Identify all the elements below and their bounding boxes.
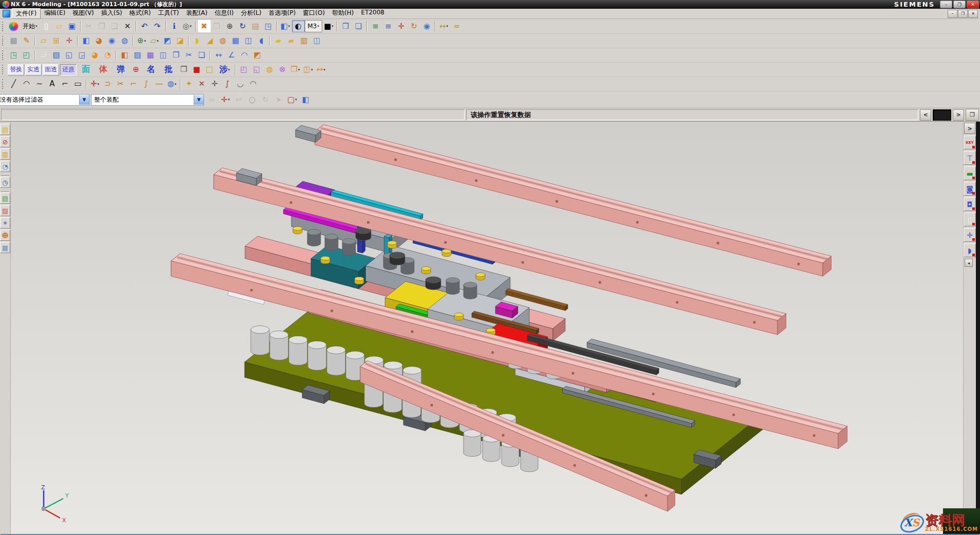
layer-settings-icon[interactable]: ≡ [369, 20, 382, 32]
curve-length-icon[interactable]: — [153, 78, 165, 90]
history-icon[interactable]: ◷ [0, 177, 10, 188]
mdi-close-button[interactable]: ✕ [968, 10, 978, 18]
direct-sketch-icon[interactable]: ✎ [20, 35, 33, 47]
restore-window-icon[interactable]: ❐ [966, 109, 979, 121]
draft-icon[interactable]: ◢ [204, 35, 216, 47]
wcs-rotate-icon[interactable]: ↻ [408, 20, 420, 32]
perspective-icon[interactable]: ◳ [262, 20, 275, 32]
fitting-template-icon[interactable]: ◗ [964, 243, 976, 257]
chevron-down-icon[interactable]: ▼ [79, 95, 89, 105]
minimize-button[interactable]: – [940, 1, 952, 8]
thicken-icon[interactable]: ▥ [298, 35, 310, 47]
insert-template-icon[interactable]: ◙ [964, 182, 976, 196]
assembly-constraints-icon[interactable]: ◱ [250, 64, 263, 76]
part-document-icon[interactable] [3, 10, 10, 17]
section-curve-icon[interactable]: ∫ [221, 78, 234, 90]
bolt-template-icon[interactable]: ⊤ [964, 151, 976, 165]
mdi-restore-button[interactable]: ❐ [958, 10, 968, 18]
unite-icon[interactable]: ⊕▾ [135, 35, 148, 47]
trim-curve-icon[interactable]: ✂ [114, 78, 127, 90]
cut-face-icon[interactable]: ✂ [182, 49, 195, 62]
group-face-icon[interactable]: ▨ [131, 49, 144, 62]
spring-template-icon[interactable]: ✛ [964, 228, 976, 242]
start-menu-button[interactable]: 开始▾ [20, 21, 40, 32]
replace-face-icon[interactable]: ▧ [50, 49, 63, 62]
revolve-icon[interactable]: ◕ [93, 35, 105, 47]
convert-curve-icon[interactable]: ✦ [182, 78, 195, 90]
intersection-curve-icon[interactable]: ✕ [195, 78, 208, 90]
block-template-icon[interactable]: ▬ [964, 166, 976, 180]
system-materials-icon[interactable]: ▤ [0, 193, 10, 204]
pin-template-icon[interactable]: ▯ [964, 213, 976, 226]
task-environment-icon[interactable]: ▦ [7, 35, 20, 47]
project-curve-icon[interactable]: ◡ [234, 78, 247, 90]
menu-item[interactable]: 工具(T) [154, 8, 182, 19]
undo-icon[interactable]: ↶ [138, 20, 151, 32]
paste-icon[interactable]: ❑ [108, 20, 121, 32]
undo-selection-icon[interactable]: ↩ [232, 93, 245, 106]
menu-item[interactable]: ET2008 [358, 8, 388, 19]
scroll-right-button[interactable]: > [953, 109, 964, 121]
key-template-icon[interactable]: KEY [964, 136, 976, 149]
toolbar-grip[interactable] [2, 22, 5, 31]
measure-distance-icon[interactable]: ↔▾ [437, 20, 450, 32]
adaptive-shell-icon[interactable]: ◧ [118, 49, 131, 62]
chevron-down-icon[interactable]: ▼ [194, 95, 204, 105]
trim-corner-icon[interactable]: ⌐ [127, 78, 140, 90]
roles-icon[interactable]: ☻ [0, 230, 10, 241]
copy-position-icon[interactable]: ❐ [177, 64, 190, 76]
show-body-button[interactable]: 体 [95, 64, 112, 75]
shaded-view-icon[interactable]: ◧▾ [279, 20, 292, 32]
shell-icon[interactable]: ◩ [161, 35, 174, 47]
restore-button[interactable]: 还原 [60, 64, 77, 75]
info-icon[interactable]: ℹ [168, 20, 181, 32]
window-split-icon[interactable]: ❏ [352, 20, 365, 32]
snapshot-icon[interactable]: ▤ [249, 20, 262, 32]
toolbar-grip[interactable] [2, 50, 5, 60]
rectangle-icon[interactable]: ▭ [71, 78, 84, 90]
background-color-swatch[interactable]: ■▾ [322, 20, 335, 32]
selection-chain-icon[interactable]: ∞ [206, 93, 218, 106]
shaded-cube-icon[interactable]: ◧ [299, 93, 312, 106]
reorder-blends-icon[interactable]: ◔ [101, 49, 114, 62]
m3-reference-set-button[interactable]: M3▾ [305, 20, 323, 32]
redo-icon[interactable]: ↷ [151, 20, 164, 32]
web-browser-icon[interactable]: ◔ [0, 161, 10, 172]
extrude-icon[interactable]: ◧ [80, 35, 93, 47]
resize-blend-icon[interactable]: ◕ [88, 49, 101, 62]
spring-tool-button[interactable]: 弹 [113, 64, 129, 75]
constraint-cylinder-icon[interactable]: ◍ [263, 64, 276, 76]
menu-item[interactable]: 信息(I) [211, 8, 237, 19]
name-tool-button[interactable]: 名 [143, 64, 159, 75]
assembly-navigator-icon[interactable]: ▤ [0, 124, 10, 135]
text-icon[interactable]: A [46, 78, 59, 90]
open-icon[interactable]: ▱ [53, 20, 66, 32]
scenario-icon[interactable]: ✶ [0, 217, 10, 228]
pattern-component-icon[interactable]: ❐▾ [289, 64, 302, 76]
wcs-orient-icon[interactable]: ◉ [420, 20, 433, 32]
part-navigator-icon[interactable]: ▥ [0, 148, 10, 160]
rotate-csys-icon[interactable]: ↻ [259, 93, 272, 106]
toolbar-grip[interactable] [2, 36, 5, 46]
panel-collapse-button[interactable]: ◂ [965, 259, 973, 267]
panel-expand-button[interactable]: > [964, 123, 975, 134]
menu-item[interactable]: 编辑(E) [41, 8, 69, 19]
spline-icon[interactable]: ∼ [33, 78, 46, 90]
sheet-body-icon[interactable]: ▰ [272, 35, 285, 47]
cut-icon[interactable]: ✂ [83, 20, 96, 32]
replace-reference-set-button[interactable]: 替换 [8, 64, 24, 75]
trim-body-icon[interactable]: ▱▾ [148, 35, 161, 47]
pattern-feature-icon[interactable]: ▦ [229, 35, 242, 47]
layer-visible-icon[interactable]: ≡ [382, 20, 395, 32]
wcs-dynamics-icon[interactable]: ✛ [395, 20, 408, 32]
replace-component-icon[interactable]: ◫▾ [302, 64, 315, 76]
move-component-icon[interactable]: ◰ [237, 64, 250, 76]
menu-item[interactable]: 窗口(O) [299, 8, 328, 19]
pattern-face-icon[interactable]: ▦ [144, 49, 157, 62]
radial-dimension-icon[interactable]: ◠ [238, 49, 251, 62]
scroll-left-button[interactable]: < [920, 109, 931, 121]
datum-csys-icon[interactable]: ⊞ [50, 35, 63, 47]
face-translucency-button[interactable]: 面透 [43, 64, 59, 75]
bridge-curve-icon[interactable]: ⊃ [101, 78, 114, 90]
shell-face-icon[interactable]: ◩ [251, 49, 264, 62]
